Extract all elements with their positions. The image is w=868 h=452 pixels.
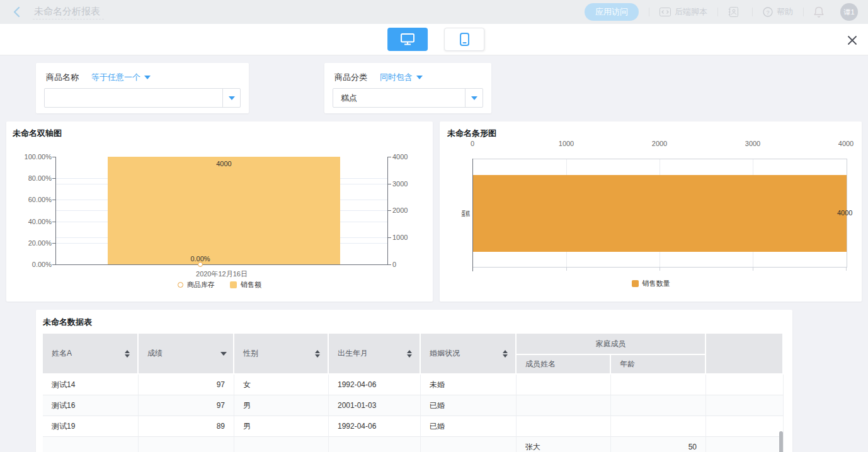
backend-script-button[interactable]: 后端脚本: [660, 6, 707, 18]
column-label: 成员姓名: [525, 359, 556, 368]
filter-label: 商品名称: [46, 72, 79, 83]
address-book-icon: [728, 7, 738, 17]
legend-item-sales-quantity[interactable]: 销售数量: [632, 279, 670, 288]
column-label: 婚姻状况: [430, 349, 460, 358]
cell-score: 97: [139, 375, 234, 395]
select-arrow-button[interactable]: [465, 89, 483, 107]
close-icon: [847, 35, 858, 46]
filter-operator-dropdown[interactable]: 同时包含: [380, 72, 423, 83]
data-table-title: 未命名数据表: [43, 317, 92, 328]
cell-birth: 2001-01-03: [329, 395, 421, 416]
filter-card-product-name: 商品名称 等于任意一个: [36, 63, 249, 113]
sort-icon[interactable]: [503, 350, 508, 358]
bar-sales-quantity[interactable]: [473, 175, 847, 252]
column-label: 姓名A: [52, 349, 72, 358]
user-avatar[interactable]: 谭1: [840, 3, 858, 21]
filter-operator-dropdown[interactable]: 等于任意一个: [91, 72, 151, 83]
cell-score: 97: [139, 395, 234, 416]
column-label: 性别: [243, 349, 258, 358]
cell-empty: [706, 437, 784, 452]
preview-toolbar: [0, 24, 868, 55]
table-row: 测试14 97 女 1992-04-06 未婚: [43, 375, 784, 395]
column-header-marital[interactable]: 婚姻状况: [421, 334, 517, 375]
data-table: 姓名A 成绩 性别 出生年月 婚姻状况 家庭成员 成员姓名 年龄: [43, 334, 784, 452]
header-actions: 应用访问 后端脚本 ? 帮助 谭1: [585, 0, 868, 24]
bar-sales-amount[interactable]: [108, 157, 340, 264]
cell-marital: 未婚: [421, 375, 517, 395]
cell-member-name: [517, 416, 611, 437]
bottom-axis-line: [55, 264, 388, 265]
legend-item-inventory[interactable]: 商品库存: [178, 280, 215, 290]
axis-tick-label: 4000: [392, 153, 408, 161]
question-circle-icon: ?: [763, 7, 773, 17]
y-axis-category-label: 蛋糕: [454, 209, 470, 218]
legend-item-sales-amount[interactable]: 销售额: [230, 280, 261, 290]
axis-tick-label: 60.00%: [6, 196, 52, 203]
axis-tick-label: 1000: [392, 234, 408, 241]
filter-operator-label: 同时包含: [380, 72, 413, 83]
line-point-marker[interactable]: [198, 262, 203, 267]
sort-icon[interactable]: [407, 350, 412, 358]
cell-gender: 女: [234, 375, 329, 395]
filter-label: 商品分类: [334, 72, 367, 83]
axis-tick-label: 4000: [838, 140, 854, 147]
notifications-button[interactable]: [814, 6, 828, 18]
chevron-down-icon: [144, 76, 151, 79]
column-header-name[interactable]: 姓名A: [43, 334, 139, 375]
app-access-button[interactable]: 应用访问: [585, 3, 639, 21]
cell-empty: [706, 375, 784, 395]
chart-legend: 商品库存 销售额: [6, 280, 433, 290]
help-button[interactable]: ? 帮助: [763, 6, 793, 18]
chart-legend: 销售数量: [440, 279, 862, 288]
left-axis-line: [55, 157, 56, 265]
bar-value-label: 4000: [837, 209, 852, 217]
cell-member-age: [611, 416, 706, 437]
cell-marital: 已婚: [421, 395, 517, 416]
filter-value-select[interactable]: 糕点: [333, 88, 483, 108]
cell-member-age: 50: [611, 437, 706, 452]
column-header-member-name[interactable]: 成员姓名: [517, 355, 611, 375]
cell-member-age: [611, 395, 706, 416]
column-header-member-age[interactable]: 年龄: [611, 355, 706, 375]
filter-operator-label: 等于任意一个: [91, 72, 140, 83]
cell-member-name: 张大: [517, 437, 611, 452]
table-vertical-scrollbar[interactable]: [779, 431, 783, 452]
column-header-score[interactable]: 成绩: [139, 334, 234, 375]
mobile-view-button[interactable]: [444, 28, 484, 51]
column-group-family: 家庭成员: [517, 334, 706, 355]
cell-name: 测试19: [43, 416, 139, 437]
back-button[interactable]: [13, 6, 21, 18]
data-table-card: 未命名数据表 姓名A 成绩 性别 出生年月 婚姻状况 家庭成员: [36, 310, 792, 452]
axis-tick-label: 3000: [745, 140, 760, 147]
column-header-birth[interactable]: 出生年月: [329, 334, 421, 375]
divider: [752, 8, 753, 16]
cell-birth: 1992-04-06: [329, 416, 421, 437]
legend-label: 商品库存: [187, 280, 215, 290]
filter-card-product-category: 商品分类 同时包含 糕点: [324, 63, 491, 113]
bell-icon: [814, 6, 824, 18]
svg-text:?: ?: [766, 9, 769, 16]
cell-name: 测试14: [43, 375, 139, 395]
cell-member-age: [611, 375, 706, 395]
axis-tick-label: 100.00%: [6, 153, 52, 161]
cell-member-name: [517, 375, 611, 395]
dual-axis-chart-card: 未命名双轴图 100.00% 80.00% 60.00% 40.00% 20.0…: [6, 121, 433, 302]
contacts-button[interactable]: [728, 7, 742, 17]
code-icon: [660, 8, 671, 16]
backend-script-label: 后端脚本: [675, 6, 707, 18]
sort-icon[interactable]: [125, 350, 130, 358]
cell-score: [139, 437, 234, 452]
close-preview-button[interactable]: [847, 35, 858, 46]
monitor-icon: [401, 33, 414, 45]
cell-birth: [329, 437, 421, 452]
x-axis-category-label: 2020年12月16日: [55, 269, 388, 279]
select-arrow-button[interactable]: [222, 89, 240, 107]
sort-icon[interactable]: [315, 350, 320, 358]
cell-gender: [234, 437, 329, 452]
cell-score: 89: [139, 416, 234, 437]
filter-value-select[interactable]: [44, 88, 241, 108]
column-header-gender[interactable]: 性别: [234, 334, 329, 375]
sort-desc-icon[interactable]: [220, 352, 227, 356]
chevron-down-icon: [229, 96, 235, 100]
desktop-view-button[interactable]: [387, 28, 428, 51]
